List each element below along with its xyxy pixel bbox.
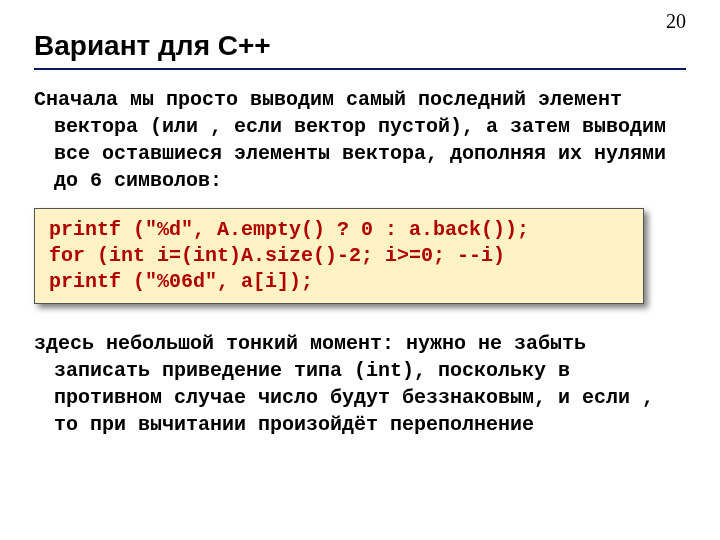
body-content: Сначала мы просто выводим самый последни…: [34, 86, 686, 194]
title-rule: [34, 68, 686, 70]
slide: 20 Вариант для C++ Сначала мы просто выв…: [0, 0, 720, 540]
page-number: 20: [666, 10, 686, 33]
paragraph-1: Сначала мы просто выводим самый последни…: [34, 86, 686, 194]
body-content-2: здесь небольшой тонкий момент: нужно не …: [34, 330, 686, 438]
code-block: printf ("%d", A.empty() ? 0 : a.back());…: [34, 208, 644, 304]
paragraph-2: здесь небольшой тонкий момент: нужно не …: [34, 330, 686, 438]
slide-title: Вариант для C++: [34, 30, 686, 62]
